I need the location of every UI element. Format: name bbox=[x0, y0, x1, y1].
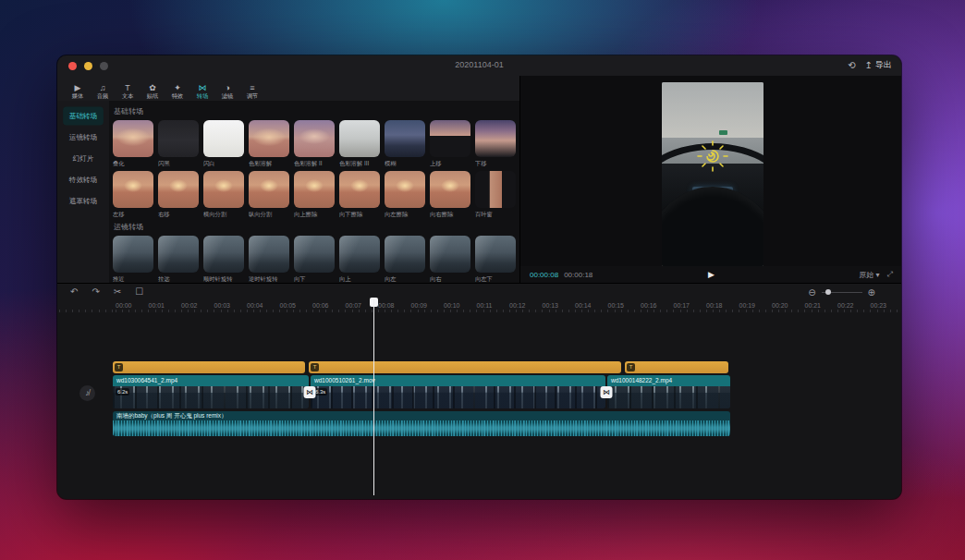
transition-item[interactable]: 向下 bbox=[294, 236, 335, 283]
toolbar-tab-audio[interactable]: ♫音频 bbox=[92, 83, 114, 100]
transition-label: 推近 bbox=[113, 275, 150, 284]
transition-item[interactable]: 色彩溶解 III bbox=[339, 120, 380, 168]
transition-thumbnail bbox=[475, 236, 516, 273]
zoom-slider[interactable] bbox=[822, 292, 862, 293]
transition-item[interactable]: 下移 bbox=[475, 120, 516, 168]
sidebar-item-3[interactable]: 特效转场 bbox=[63, 171, 104, 189]
zoom-slider-knob[interactable] bbox=[825, 289, 831, 295]
toolbar-tab-filter[interactable]: ◑滤镜 bbox=[216, 83, 238, 100]
transition-item[interactable]: 向下擦除 bbox=[339, 171, 380, 219]
transition-item[interactable]: 色彩溶解 II bbox=[294, 120, 335, 168]
transition-item[interactable]: 叠化 bbox=[113, 120, 153, 168]
video-clip[interactable]: wd1000510261_2.mov6.3s bbox=[311, 375, 605, 408]
toolbar-tab-effects[interactable]: ✦特效 bbox=[166, 83, 189, 100]
transition-thumbnail bbox=[113, 236, 153, 273]
transition-item[interactable]: 百叶窗 bbox=[475, 171, 516, 219]
play-button[interactable]: ▶ bbox=[708, 270, 715, 279]
transition-thumbnail bbox=[158, 236, 199, 273]
sidebar-item-4[interactable]: 遮罩转场 bbox=[63, 192, 104, 211]
transition-item[interactable]: 顺时针旋转 bbox=[203, 236, 244, 283]
canvas-ratio-dropdown[interactable]: 原始 ▾ bbox=[859, 270, 879, 280]
sidebar-item-1[interactable]: 运镜转场 bbox=[63, 128, 104, 147]
transition-item[interactable]: 闪白 bbox=[203, 120, 244, 168]
adjust-icon: ≡ bbox=[250, 83, 254, 92]
text-clip[interactable]: T bbox=[625, 361, 728, 373]
transition-item[interactable]: 向右擦除 bbox=[430, 171, 470, 219]
preview-panel: 00:00:08 00:00:18 ▶ 原始 ▾ ⤢ bbox=[519, 76, 901, 283]
ruler-tick: 00:13 bbox=[543, 302, 559, 309]
chevron-down-icon: ▾ bbox=[876, 271, 880, 279]
audio-clip[interactable]: 南墙的baby（plus 周 开心鬼 plus remix） bbox=[113, 411, 730, 436]
split-button[interactable]: ✂ bbox=[114, 284, 121, 300]
toolbar-tab-transition[interactable]: ⋈转场 bbox=[191, 83, 214, 100]
toolbar-tab-sticker[interactable]: ✿贴纸 bbox=[141, 83, 164, 100]
transition-item[interactable]: 向左擦除 bbox=[385, 171, 425, 219]
timeline-zoom-controls: ⊖ ⊕ bbox=[808, 284, 875, 300]
video-clip-filename: wd1000148222_2.mp4 bbox=[607, 375, 730, 386]
undo-button[interactable]: ↶ bbox=[70, 284, 78, 300]
transition-item[interactable]: 向左 bbox=[385, 236, 425, 283]
app-window: 20201104-01 ⟲ ↥导出 ▶媒体♫音频T文本✿贴纸✦特效⋈转场◑滤镜≡… bbox=[57, 55, 901, 499]
transition-item[interactable]: 左移 bbox=[113, 171, 153, 219]
transition-item[interactable]: 向上擦除 bbox=[294, 171, 335, 219]
transition-item[interactable]: 右移 bbox=[158, 171, 199, 219]
transition-item[interactable]: 向左下 bbox=[475, 236, 516, 283]
transition-item[interactable]: 上移 bbox=[430, 120, 470, 168]
transition-thumbnail bbox=[475, 171, 516, 208]
transition-item[interactable]: 闪黑 bbox=[158, 120, 199, 168]
redo-button[interactable]: ↷ bbox=[92, 284, 99, 300]
fullscreen-icon[interactable]: ⤢ bbox=[887, 270, 893, 279]
video-clip-filmstrip bbox=[113, 386, 309, 408]
playhead[interactable] bbox=[373, 299, 374, 495]
transition-label: 向下 bbox=[294, 275, 331, 284]
video-clip[interactable]: wd1000148222_2.mp4 bbox=[607, 375, 730, 408]
zoom-in-icon[interactable]: ⊕ bbox=[868, 287, 875, 298]
transition-item[interactable]: 模糊 bbox=[385, 120, 425, 168]
transition-item[interactable]: 横向分割 bbox=[203, 171, 244, 219]
audio-clip-title: 南墙的baby（plus 周 开心鬼 plus remix） bbox=[113, 411, 730, 420]
export-button[interactable]: ↥导出 bbox=[865, 59, 892, 71]
transition-indicator[interactable]: ⋈ bbox=[304, 386, 316, 398]
preview-controls: 00:00:08 00:00:18 ▶ 原始 ▾ ⤢ bbox=[520, 266, 901, 283]
sidebar-item-2[interactable]: 幻灯片 bbox=[63, 150, 104, 168]
video-clip[interactable]: wd1030064541_2.mp46.2s bbox=[113, 375, 309, 408]
toolbar-tab-label: 贴纸 bbox=[147, 92, 159, 99]
transition-label: 向左擦除 bbox=[385, 211, 421, 219]
zoom-out-icon[interactable]: ⊖ bbox=[808, 287, 815, 298]
transition-item[interactable]: 色彩溶解 bbox=[249, 120, 289, 168]
transition-item[interactable]: 向上 bbox=[339, 236, 380, 283]
transition-thumbnail bbox=[113, 171, 153, 208]
toolbar-tab-text[interactable]: T文本 bbox=[116, 83, 139, 100]
history-icon[interactable]: ⟲ bbox=[848, 60, 855, 70]
transition-label: 向右擦除 bbox=[430, 211, 467, 219]
transition-label: 向右 bbox=[430, 275, 467, 284]
toolbar-tab-label: 文本 bbox=[122, 92, 134, 99]
toolbar-tab-label: 调节 bbox=[247, 92, 259, 99]
ruler-tick: 00:03 bbox=[214, 302, 231, 309]
video-highway-sign bbox=[719, 130, 727, 135]
text-icon: T bbox=[627, 363, 635, 371]
transition-thumbnail bbox=[430, 236, 470, 273]
filter-icon: ◑ bbox=[225, 83, 229, 92]
text-clip[interactable]: T bbox=[309, 361, 621, 373]
delete-button[interactable]: ☐ bbox=[135, 284, 143, 300]
transition-item[interactable]: 逆时针旋转 bbox=[249, 236, 289, 283]
transition-label: 闪白 bbox=[203, 160, 240, 168]
transition-item[interactable]: 拉远 bbox=[158, 236, 199, 283]
sidebar-item-0[interactable]: 基础转场 bbox=[63, 107, 104, 126]
toolbar-tab-adjust[interactable]: ≡调节 bbox=[241, 83, 263, 100]
text-clip[interactable]: T bbox=[113, 361, 305, 373]
transition-indicator[interactable]: ⋈ bbox=[601, 386, 613, 398]
toolbar-tab-label: 滤镜 bbox=[222, 92, 234, 99]
transition-thumbnail bbox=[294, 236, 335, 273]
ruler-tick: 00:14 bbox=[575, 302, 592, 309]
preview-video[interactable] bbox=[662, 82, 763, 266]
time-ruler[interactable]: 00:0000:0100:0200:0300:0400:0500:0600:07… bbox=[57, 300, 901, 312]
audio-icon: ♫ bbox=[100, 83, 106, 92]
transition-item[interactable]: 向右 bbox=[430, 236, 470, 283]
track-mute-button[interactable]: ♪̸ bbox=[79, 385, 95, 401]
transition-item[interactable]: 推近 bbox=[113, 236, 153, 283]
transition-thumbnail bbox=[158, 171, 199, 208]
transition-item[interactable]: 纵向分割 bbox=[249, 171, 289, 219]
toolbar-tab-media[interactable]: ▶媒体 bbox=[67, 83, 89, 100]
